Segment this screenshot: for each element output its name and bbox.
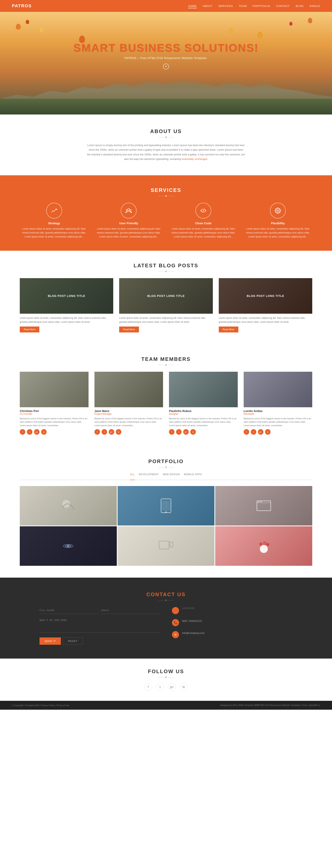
- team-in-4[interactable]: in: [265, 429, 271, 435]
- svg-point-24: [67, 545, 70, 547]
- team-desc-2: Backed by some of the biggest names in t…: [94, 417, 163, 427]
- svg-line-3: [203, 209, 204, 213]
- team-tw-2[interactable]: t: [102, 429, 107, 435]
- form-row-name-email: [39, 607, 160, 614]
- balloon-3: [39, 28, 44, 33]
- svg-point-28: [259, 542, 262, 546]
- service-title-strategy: Strategy: [20, 221, 88, 225]
- blog-card-3: BLOG POST LONG TITLE Lorem ipsum dolor s…: [219, 278, 312, 333]
- team-fb-4[interactable]: f: [244, 429, 249, 435]
- about-title: ABOUT US: [39, 128, 293, 134]
- hero-subtitle: PATROS – Free HTML/CSS Responsive Websit…: [74, 57, 259, 60]
- nav-link-single[interactable]: SINGLE: [309, 4, 320, 7]
- nav-link-home[interactable]: HOME: [188, 4, 197, 8]
- blog-card-1: BLOG POST LONG TITLE Lorem ipsum dolor s…: [20, 278, 113, 333]
- nav-link-blog[interactable]: BLOG: [296, 4, 304, 7]
- services-divider: [20, 195, 312, 197]
- team-card-1: Christian Peri Co-Founder Backed by some…: [20, 372, 88, 435]
- follow-divider: [39, 677, 293, 678]
- service-desc-cleancode: Lorem ipsum dolor sit amet, consectetur …: [169, 227, 238, 239]
- portfolio-item-5[interactable]: [117, 526, 215, 566]
- balloon-5: [289, 22, 293, 26]
- team-gp-3[interactable]: g+: [183, 429, 189, 435]
- svg-point-13: [62, 500, 70, 508]
- svg-point-27: [260, 545, 268, 553]
- team-tw-1[interactable]: t: [27, 429, 32, 435]
- team-name-1: Christian Peri: [20, 409, 88, 412]
- follow-linkedin-icon[interactable]: in: [180, 683, 188, 691]
- contact-layout: SEND IT RESET 📍 LOCATION 📞 0051 76A62211…: [39, 607, 293, 645]
- team-title: TEAM MEMBERS: [20, 356, 312, 362]
- footer: © Copyright | Template 2015 | Privacy Po…: [0, 701, 332, 710]
- team-gp-4[interactable]: g+: [258, 429, 264, 435]
- portfolio-tab-development[interactable]: DEVELOPMENT: [139, 473, 159, 478]
- service-desc-userfriendly: Lorem ipsum dolor sit amet, consectetur …: [94, 227, 163, 239]
- balloon-6: [257, 32, 263, 38]
- portfolio-item-1[interactable]: [20, 486, 117, 526]
- about-section: ABOUT US Lorem Ipsum is simply dummy tex…: [0, 115, 332, 175]
- service-desc-flexibility: Lorem ipsum dolor sit amet, consectetur …: [244, 227, 312, 239]
- blog-readmore-3[interactable]: Read More: [219, 327, 238, 333]
- team-gp-1[interactable]: g+: [34, 429, 39, 435]
- team-fb-1[interactable]: f: [20, 429, 25, 435]
- team-fb-3[interactable]: f: [169, 429, 174, 435]
- svg-point-4: [277, 210, 279, 211]
- team-social-4: f t g+ in: [244, 429, 312, 435]
- portfolio-tab-webdesign[interactable]: WEB DESIGN: [163, 473, 180, 478]
- team-card-4: Loreto Andas Developer Backed by some of…: [244, 372, 312, 435]
- team-gp-2[interactable]: g+: [109, 429, 114, 435]
- nav-link-portfolio[interactable]: PORTFOILIO: [253, 4, 270, 7]
- blog-desc-1: Lorem ipsum dolor sit amet, consectetur …: [20, 316, 113, 324]
- svg-point-30: [267, 543, 269, 546]
- portfolio-tabs: ALL DEVELOPMENT WEB DESIGN MOBILE APPS: [20, 473, 312, 480]
- nav-link-team[interactable]: TEAM: [239, 4, 247, 7]
- nav-link-about[interactable]: ABOUT: [202, 4, 213, 7]
- service-icon-userfriendly: [121, 203, 137, 219]
- blog-img-title-3: BLOG POST LONG TITLE: [247, 294, 284, 298]
- service-title-cleancode: Clean Code: [169, 221, 238, 225]
- hero-scroll-indicator[interactable]: ▼: [163, 64, 169, 69]
- svg-point-19: [258, 501, 259, 502]
- blog-divider: [20, 271, 312, 272]
- team-in-2[interactable]: in: [116, 429, 121, 435]
- contact-form: SEND IT RESET: [39, 607, 160, 645]
- portfolio-item-4[interactable]: [20, 526, 117, 566]
- blog-readmore-2[interactable]: Read More: [119, 327, 139, 333]
- team-in-1[interactable]: in: [41, 429, 47, 435]
- team-tw-4[interactable]: t: [251, 429, 256, 435]
- contact-reset-button[interactable]: RESET: [63, 638, 83, 645]
- svg-point-7: [275, 210, 276, 211]
- team-in-3[interactable]: in: [190, 429, 196, 435]
- team-social-2: f t g+ in: [94, 429, 163, 435]
- team-divider: [20, 364, 312, 366]
- blog-grid: BLOG POST LONG TITLE Lorem ipsum dolor s…: [20, 278, 312, 333]
- blog-readmore-1[interactable]: Read More: [20, 327, 39, 333]
- nav-logo[interactable]: PATROS: [12, 3, 32, 8]
- hero-content: SMART BUSINESS SOLUTIONS! PATROS – Free …: [74, 41, 259, 85]
- portfolio-item-3[interactable]: [215, 486, 312, 526]
- location-icon: 📍: [172, 607, 179, 614]
- follow-facebook-icon[interactable]: f: [144, 683, 152, 691]
- contact-email-input[interactable]: [101, 607, 160, 614]
- follow-googleplus-icon[interactable]: g+: [168, 683, 176, 691]
- svg-rect-17: [257, 501, 271, 511]
- portfolio-tab-all[interactable]: ALL: [130, 473, 135, 480]
- team-tw-3[interactable]: t: [176, 429, 182, 435]
- service-item-flexibility: Flexibility Lorem ipsum dolor sit amet, …: [244, 203, 312, 239]
- contact-section: CONTACT US SEND IT RESET 📍 LOCATION: [0, 578, 332, 658]
- team-fb-2[interactable]: f: [94, 429, 100, 435]
- nav-link-contact[interactable]: CONTACT: [276, 4, 290, 7]
- contact-name-input[interactable]: [39, 607, 99, 614]
- portfolio-item-2[interactable]: [117, 486, 215, 526]
- blog-img-1: BLOG POST LONG TITLE: [20, 278, 113, 314]
- portfolio-tab-mobileapps[interactable]: MOBILE APPS: [184, 473, 202, 478]
- portfolio-item-6[interactable]: [215, 526, 312, 566]
- nav-link-services[interactable]: SERVICES: [218, 4, 233, 7]
- team-card-3: Paulinho Rubos Designer Backed by some o…: [169, 372, 238, 435]
- service-item-strategy: Strategy Lorem ipsum dolor sit amet, con…: [20, 203, 88, 239]
- follow-twitter-icon[interactable]: t: [156, 683, 164, 691]
- about-divider: [39, 136, 293, 138]
- about-highlight: essentially unchanged.: [182, 158, 208, 160]
- contact-send-button[interactable]: SEND IT: [39, 638, 61, 645]
- contact-message-input[interactable]: [39, 617, 160, 633]
